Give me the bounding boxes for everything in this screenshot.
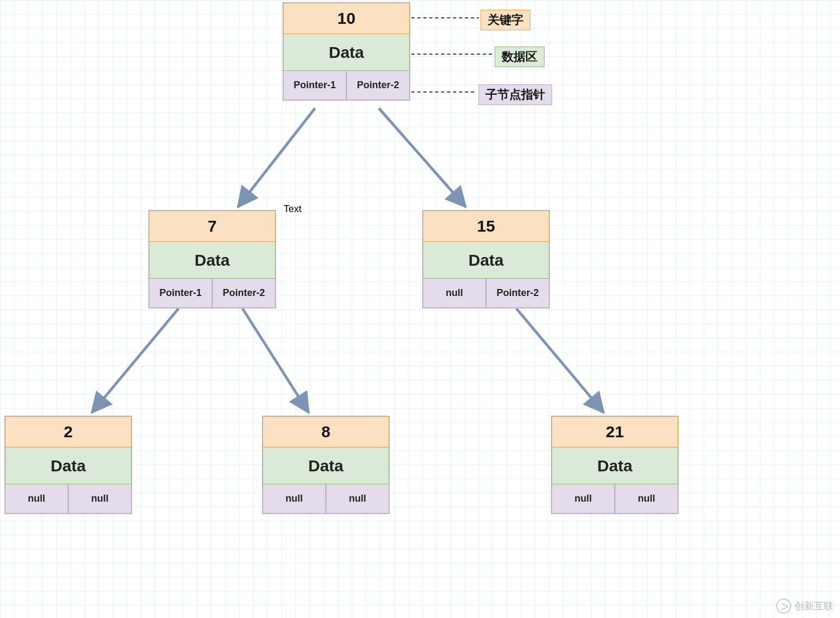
- node-data: Data: [423, 242, 549, 279]
- node-data: Data: [283, 34, 410, 71]
- svg-line-4: [516, 308, 603, 412]
- tree-node-left: 7 Data Pointer-1 Pointer-2: [148, 210, 276, 308]
- node-pointer-row: null null: [552, 484, 678, 514]
- node-data: Data: [5, 448, 132, 484]
- tree-node-right: 15 Data null Pointer-2: [422, 210, 550, 308]
- watermark-text: 创新互联: [795, 600, 834, 613]
- node-pointer-left: null: [423, 279, 486, 308]
- node-data: Data: [262, 448, 389, 484]
- svg-line-0: [238, 108, 315, 207]
- node-pointer-left: null: [552, 484, 615, 514]
- svg-line-1: [379, 108, 465, 207]
- node-key: 15: [423, 211, 549, 242]
- node-pointer-right: null: [615, 484, 678, 514]
- tree-node-root: 10 Data Pointer-1 Pointer-2: [283, 2, 410, 101]
- node-key: 8: [262, 416, 389, 448]
- node-pointer-right: null: [68, 484, 132, 514]
- node-pointer-row: null null: [262, 484, 389, 514]
- node-data: Data: [552, 448, 678, 484]
- svg-line-3: [242, 308, 309, 412]
- node-pointer-row: null Pointer-2: [423, 279, 549, 308]
- node-data: Data: [149, 242, 275, 279]
- legend-pointer: 子节点指针: [478, 84, 552, 105]
- watermark: 创新互联: [776, 599, 834, 614]
- node-pointer-row: null null: [5, 484, 132, 514]
- node-pointer-left: null: [262, 484, 326, 514]
- svg-line-2: [92, 308, 179, 412]
- tree-node-rr: 21 Data null null: [551, 416, 679, 514]
- node-key: 21: [552, 416, 678, 448]
- node-pointer-right: Pointer-2: [212, 279, 275, 308]
- node-pointer-left: Pointer-1: [283, 71, 346, 100]
- watermark-icon: [776, 599, 791, 614]
- free-text-label: Text: [284, 203, 301, 215]
- tree-node-lr: 8 Data null null: [262, 416, 390, 514]
- diagram-canvas: 关键字 数据区 子节点指针 Text 10 Data Pointer-1 Poi…: [0, 0, 840, 618]
- node-key: 7: [149, 211, 275, 242]
- node-pointer-right: Pointer-2: [346, 71, 410, 100]
- legend-data: 数据区: [495, 47, 544, 67]
- node-pointer-row: Pointer-1 Pointer-2: [149, 279, 275, 308]
- node-key: 2: [5, 416, 132, 448]
- node-pointer-right: null: [326, 484, 389, 514]
- node-pointer-left: null: [5, 484, 68, 514]
- edge-layer: [0, 0, 840, 618]
- tree-node-ll: 2 Data null null: [4, 416, 132, 514]
- node-pointer-right: Pointer-2: [486, 279, 549, 308]
- node-key: 10: [283, 3, 410, 34]
- node-pointer-left: Pointer-1: [149, 279, 212, 308]
- legend-key: 关键字: [481, 10, 530, 30]
- node-pointer-row: Pointer-1 Pointer-2: [283, 71, 410, 100]
